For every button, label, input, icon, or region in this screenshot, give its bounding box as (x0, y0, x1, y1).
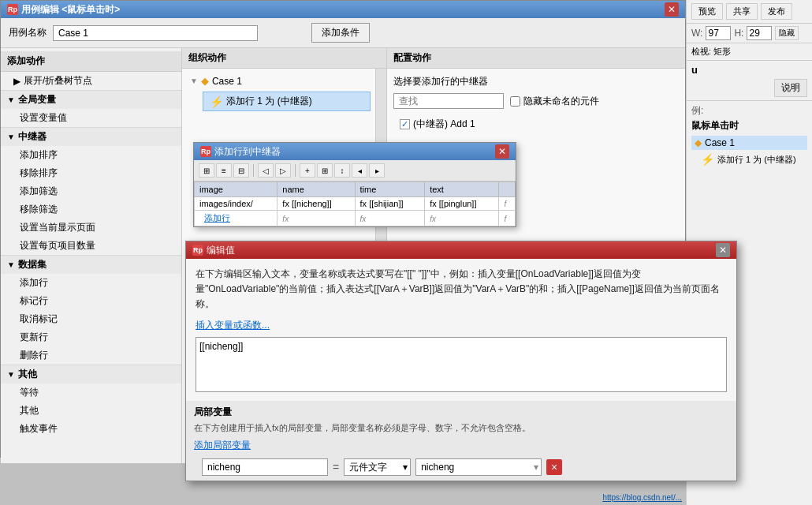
relay-dialog-titlebar: Rp 添加行到中继器 ✕ (194, 143, 516, 160)
expand-icon: ▶ (13, 76, 20, 87)
insert-var-link[interactable]: 插入变量或函数... (196, 320, 270, 331)
col-name: name (277, 182, 355, 197)
cell-name-1[interactable]: fx [[nicheng]] (277, 197, 355, 211)
local-desc: 在下方创建用于插入fx的局部变量，局部变量名称必须是字母、数字，不允许包含空格。 (194, 422, 728, 434)
toolbar-list-btn[interactable]: ≡ (216, 163, 232, 178)
editval-icon: Rp (192, 245, 203, 256)
cell-extra-1[interactable]: f (499, 197, 516, 211)
sidebar-item-mark-row[interactable]: 标记行 (1, 292, 181, 310)
w-label: W: (691, 28, 702, 39)
case-node-label: Case 1 (212, 76, 242, 87)
action-item[interactable]: ⚡ 添加行 1 为 (中继器) (203, 92, 371, 111)
local-title: 局部变量 (194, 406, 728, 419)
case-name-input[interactable] (53, 25, 258, 41)
sidebar-group-other[interactable]: ▼ 其他 (1, 365, 181, 383)
table-row-2[interactable]: 添加行 fx fx fx f (195, 211, 516, 226)
sidebar-item-set-variable[interactable]: 设置变量值 (1, 109, 181, 127)
toolbar-nav-right[interactable]: ▸ (369, 163, 385, 178)
cell-name-2[interactable]: fx (277, 211, 355, 226)
sidebar-item-set-count[interactable]: 设置每页项目数量 (1, 237, 181, 255)
tri-icon-relay: ▼ (7, 133, 15, 141)
left-sidebar: 添加动作 ▶ 展开/折叠树节点 ▼ 全局变量 设置变量值 ▼ 中继器 添加排序 … (1, 48, 182, 463)
publish-button[interactable]: 发布 (761, 3, 792, 20)
editval-editor[interactable]: [[nicheng]] (196, 337, 727, 392)
sidebar-group-global[interactable]: ▼ 全局变量 (1, 90, 181, 109)
col-image: image (195, 182, 277, 197)
sidebar-item-set-page[interactable]: 设置当前显示页面 (1, 219, 181, 237)
width-input[interactable] (706, 26, 731, 40)
table-row-1[interactable]: images/index/ fx [[nicheng]] fx [[shijia… (195, 197, 516, 211)
relay-search-input[interactable] (393, 93, 504, 109)
action-item-label: 添加行 1 为 (中继器) (226, 95, 312, 108)
check-mark: ✓ (401, 119, 408, 129)
usecase-close-button[interactable]: ✕ (665, 2, 679, 17)
case-expand-icon: ▼ (190, 77, 198, 85)
inspect-label: 检视: 矩形 (687, 43, 812, 61)
relay-checkbox[interactable]: ✓ (400, 119, 410, 129)
sidebar-item-add-row[interactable]: 添加行 (1, 274, 181, 292)
add-action-header: 添加动作 (1, 51, 181, 72)
sidebar-group-dataset[interactable]: ▼ 数据集 (1, 255, 181, 274)
local-type-select[interactable]: 元件文字元件宽度元件高度元件X坐标元件Y坐标 (344, 458, 411, 476)
watermark[interactable]: https://blog.csdn.net/... (602, 493, 682, 502)
usecase-namebar: 用例名称 添加条件 (1, 18, 685, 48)
action-preview-label: 添加行 1 为 (中继器) (717, 154, 796, 166)
sidebar-item-trigger[interactable]: 触发事件 (1, 420, 181, 438)
cell-text-2[interactable]: fx (425, 211, 499, 226)
cell-time-1[interactable]: fx [[shijian]] (355, 197, 425, 211)
add-local-link[interactable]: 添加局部变量 (194, 440, 251, 451)
toolbar-insert-btn[interactable]: + (300, 163, 315, 178)
toolbar-nav-left[interactable]: ◂ (352, 163, 367, 178)
relay-dialog-close-button[interactable]: ✕ (495, 144, 509, 159)
add-condition-button[interactable]: 添加条件 (311, 23, 370, 43)
toolbar-move-btn[interactable]: ↕ (334, 163, 350, 178)
editval-title-text: 编辑值 (207, 244, 235, 257)
tri-icon-dataset: ▼ (7, 260, 15, 269)
sidebar-item-add-filter[interactable]: 添加筛选 (1, 182, 181, 200)
sidebar-item-unmark[interactable]: 取消标记 (1, 310, 181, 328)
sidebar-item-add-sort[interactable]: 添加排序 (1, 146, 181, 164)
cell-image-2[interactable]: 添加行 (195, 211, 277, 226)
cell-image-1[interactable]: images/index/ (195, 197, 277, 211)
action-lightning-icon: ⚡ (210, 95, 223, 108)
title-icon: Rp (7, 4, 18, 15)
sidebar-item-update-row[interactable]: 更新行 (1, 328, 181, 346)
usecase-title-text: 用例编辑 <鼠标单击时> (21, 3, 120, 17)
cell-text-1[interactable]: fx [[pinglun]] (425, 197, 499, 211)
value-chevron-icon: ▾ (534, 462, 538, 473)
share-button[interactable]: 共享 (726, 3, 758, 20)
editval-titlebar: Rp 编辑值 ✕ (186, 241, 736, 259)
editval-desc: 在下方编辑区输入文本，变量名称或表达式要写在"[[" "]]"中，例如：插入变量… (196, 267, 727, 312)
sidebar-item-delete-row[interactable]: 删除行 (1, 346, 181, 365)
hide-unnamed-checkbox[interactable] (510, 96, 520, 107)
cell-extra-2[interactable]: f (499, 211, 516, 226)
sidebar-item-wait[interactable]: 等待 (1, 383, 181, 402)
sidebar-group-relay[interactable]: ▼ 中继器 (1, 127, 181, 146)
sidebar-item-other[interactable]: 其他 (1, 402, 181, 420)
click-label: 鼠标单击时 (691, 119, 807, 133)
delete-var-button[interactable]: × (546, 459, 562, 475)
toolbar-grid-btn[interactable]: ⊞ (199, 163, 214, 178)
cell-time-2[interactable]: fx (355, 211, 425, 226)
toolbar-col-btn[interactable]: ⊞ (317, 163, 333, 178)
configure-action-header: 配置动作 (387, 48, 685, 69)
sidebar-item-expand[interactable]: ▶ 展开/折叠树节点 (1, 72, 181, 90)
local-var-name-input[interactable] (202, 458, 328, 476)
relay-item[interactable]: ✓ (中继器) Add 1 (393, 115, 679, 133)
local-value-input[interactable] (415, 458, 542, 476)
config-section: 选择要添加行的中继器 隐藏未命名的元件 ✓ (中继器) Add 1 (387, 69, 685, 140)
sidebar-item-remove-sort[interactable]: 移除排序 (1, 164, 181, 182)
hide-button[interactable]: 隐藏 (775, 26, 799, 40)
editval-close-button[interactable]: ✕ (716, 243, 730, 257)
local-var-section: 局部变量 在下方创建用于插入fx的局部变量，局部变量名称必须是字母、数字，不允许… (186, 401, 736, 481)
toolbar-right-btn[interactable]: ▷ (275, 163, 291, 178)
hide-unnamed-label[interactable]: 隐藏未命名的元件 (510, 95, 599, 108)
height-input[interactable] (747, 26, 772, 40)
sidebar-item-remove-filter[interactable]: 移除筛选 (1, 200, 181, 219)
add-row-link[interactable]: 添加行 (199, 211, 235, 224)
preview-button[interactable]: 预览 (691, 3, 723, 20)
toolbar-left-btn[interactable]: ◁ (258, 163, 274, 178)
local-var-row: = 元件文字元件宽度元件高度元件X坐标元件Y坐标 ▾ ▾ × (194, 458, 728, 476)
toolbar-split-btn[interactable]: ⊟ (233, 163, 249, 178)
desc-button[interactable]: 说明 (774, 79, 807, 97)
